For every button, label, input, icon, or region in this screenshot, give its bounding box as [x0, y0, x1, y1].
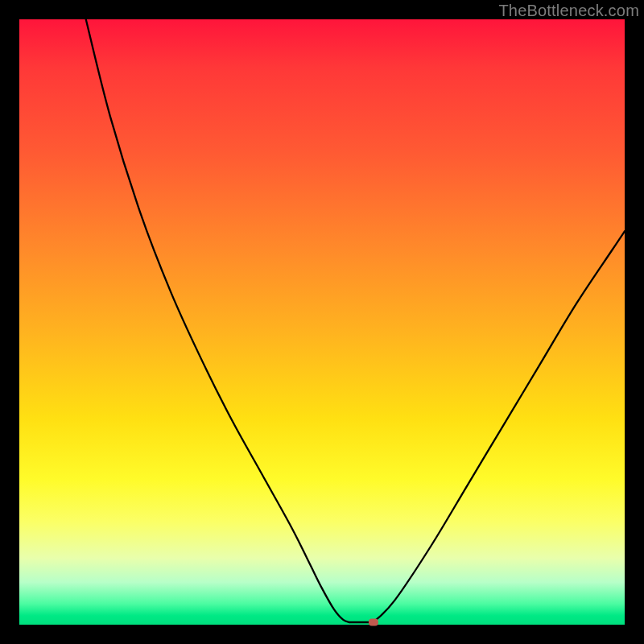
curve-right-branch — [374, 231, 625, 622]
bottleneck-curve — [19, 19, 625, 625]
curve-left-branch — [86, 19, 349, 622]
plot-area — [19, 19, 625, 625]
chart-frame: TheBottleneck.com — [0, 0, 644, 644]
minimum-marker — [369, 618, 378, 625]
watermark-label: TheBottleneck.com — [498, 2, 639, 20]
